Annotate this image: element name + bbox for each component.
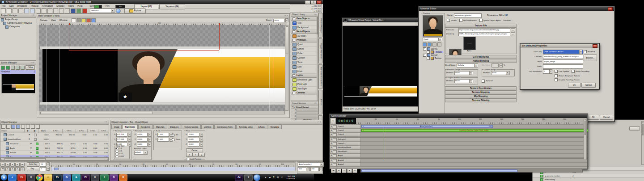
app-titlebar[interactable]: XPression Designer - D:\Testin\GamblersL… [0, 0, 323, 4]
project-tree-item[interactable]: GamblersLowerThird2019 [0, 21, 36, 25]
panel-header-buttons[interactable]: ▫✕ [314, 14, 317, 16]
side-tab[interactable]: Effects [318, 90, 323, 114]
project-tree-item[interactable]: Categories [0, 25, 36, 29]
toolbar-icon[interactable] [24, 8, 29, 13]
menu-item[interactable]: Display [55, 4, 66, 7]
menu-item[interactable]: Tools [66, 4, 76, 7]
menu-item[interactable]: Project [29, 4, 40, 7]
viewport-hscrollbar[interactable] [39, 111, 285, 114]
color-blending-header[interactable]: Color Blending [445, 55, 517, 59]
pivot-z-button[interactable]: Z [199, 153, 205, 157]
material-name-field[interactable]: Headshots-gradient [454, 13, 482, 18]
taskbar-app-icon[interactable]: Ps [53, 174, 62, 181]
director-track-row[interactable]: ▶ Track2 0 GamblersTwoLine LowerThird_Vi… [330, 129, 587, 133]
keyframe-ruler[interactable]: 102030405060708090100 [51, 162, 296, 167]
cur-modifier-dropdown[interactable]: None▼ [491, 71, 510, 75]
object-manager-toolbar-icon[interactable] [26, 125, 30, 129]
close-button[interactable]: ✕ [317, 0, 322, 4]
filename-field[interactable]: https://assets.leaguestat.com/ushl/240x2… [458, 28, 510, 32]
material-ok-button[interactable]: OK [587, 115, 599, 120]
column-field[interactable]: SiteKit/Roster<lp_jersey_number=%Jersey%… [543, 55, 583, 59]
anim-range-start[interactable]: 100 [298, 167, 306, 171]
director-go-start[interactable]: ⏮ [331, 168, 336, 173]
toolbar-icon[interactable] [42, 8, 47, 13]
mip-mapping-header[interactable]: Mip Mapping [445, 94, 517, 98]
play-button2[interactable]: ▸ [10, 167, 15, 171]
datalinq-field[interactable]: USHL...Roster<lp_jersey_number=%Jersey%>… [458, 32, 510, 36]
keyframe-timeline[interactable] [51, 167, 296, 171]
library-row[interactable]: Quad [291, 42, 318, 47]
director-go-end[interactable]: ⏭ [352, 168, 357, 173]
director-play[interactable]: ▸ [347, 168, 352, 173]
object-row[interactable]: Bottom ◉ 100.0 431.71 -64.98 0.00 0.00 0… [0, 151, 109, 155]
track-mode-button[interactable] [333, 142, 337, 145]
inspector-tab[interactable]: Template Links [236, 125, 255, 129]
expand-arrow-icon[interactable]: ▶ [331, 126, 332, 127]
inspector-tab[interactable]: Quad [111, 125, 122, 129]
tray-icon[interactable]: ⚑ [272, 176, 275, 179]
inspector-tab[interactable]: Effects [256, 125, 267, 129]
inspector-tab[interactable]: Continuous Anim. [214, 125, 236, 129]
play-button[interactable]: ▸ [10, 163, 15, 167]
director-menu-button[interactable]: ▾ [330, 118, 335, 124]
explore-button[interactable]: Explore [124, 8, 146, 13]
library-row[interactable]: Cube [291, 51, 318, 56]
track-mode-button[interactable] [333, 163, 337, 166]
rotation-y-field[interactable]: 0.000 [137, 138, 148, 142]
inspector-tab[interactable]: Rendering [138, 125, 153, 129]
preview-type-dropdown[interactable]: Quad▼ [423, 38, 442, 41]
tray-icon[interactable]: ▴ [264, 176, 267, 179]
material-cancel-button[interactable]: Cancel [600, 115, 613, 120]
go-end-button[interactable]: ⏭ [20, 163, 25, 167]
panel-header-buttons[interactable]: ▫▪✕ [318, 121, 322, 123]
toolbar-icon[interactable] [71, 8, 76, 13]
director-track-row[interactable]: ▶ DirLight1 [330, 137, 587, 142]
director-ruler[interactable]: 20406080100120140160180200220 [356, 118, 587, 124]
scene-toolbar-icon[interactable] [6, 66, 10, 70]
visibility-eye-icon[interactable]: ◉ [26, 134, 32, 136]
playhead-line[interactable] [383, 125, 383, 160]
object-manager-toolbar-icon[interactable] [16, 125, 20, 129]
scene-toolbar-icon[interactable] [21, 66, 25, 70]
taskbar-app-icon[interactable]: Pr [81, 174, 90, 181]
library-row[interactable]: Lines [291, 69, 318, 74]
library-row[interactable]: Torus [291, 60, 318, 65]
toolbar-icon[interactable] [65, 8, 70, 13]
menu-item[interactable]: Windows [15, 4, 29, 7]
dialog-cancel-button[interactable]: Cancel [581, 83, 596, 88]
saturate-checkbox[interactable]: Saturate [482, 80, 493, 83]
taskbar-app-icon[interactable]: N [110, 174, 118, 181]
side-tab[interactable]: Material Manager [318, 13, 323, 38]
library-row[interactable]: Sphere [291, 47, 318, 51]
toolbar-icon[interactable] [7, 8, 12, 13]
scene-thumbnail[interactable] [1, 74, 35, 93]
hide-dropdown[interactable]: Hide ▾ [25, 65, 35, 70]
toolbar-icon[interactable] [59, 8, 64, 13]
inspector-tab[interactable]: Transform [122, 125, 137, 129]
director-track-row[interactable]: ▶ Lower3 [330, 142, 587, 146]
taskbar-app-icon[interactable]: ▱ [44, 174, 52, 181]
visibility-eye-icon[interactable]: ◉ [26, 138, 32, 140]
viewport-vscrollbar[interactable] [285, 25, 288, 111]
row-field[interactable]: player_image [543, 59, 583, 64]
live-update-checkbox[interactable]: Live Update [555, 70, 569, 73]
library-row[interactable]: Cylinder [291, 56, 318, 60]
keyframe-check[interactable] [36, 143, 38, 145]
track-mode-button[interactable] [333, 154, 337, 157]
blend-mode-dropdown[interactable]: Multiply▼ [457, 63, 478, 67]
material-checkbox[interactable]: Ignore Object Alpha [479, 19, 501, 22]
side-tab[interactable]: Animation Controllers [318, 64, 323, 89]
position-y-field[interactable]: 177.004 [116, 138, 127, 142]
visibility-eye-icon[interactable]: ◉ [28, 152, 34, 154]
project-tree-item[interactable]: ProjectGroup [0, 18, 36, 21]
panel-header-buttons[interactable]: ▫▪✕ [104, 121, 108, 123]
timeline-clip-bar[interactable]: 0 AnimController1 100 [361, 125, 493, 128]
maximize-button[interactable]: □ [311, 0, 316, 4]
layer-down-icon[interactable] [437, 42, 441, 46]
step-back-button[interactable]: ◂ [5, 163, 10, 167]
key-value[interactable]: 2 [40, 167, 46, 171]
inspector-tab[interactable]: Lighting [201, 125, 214, 129]
panel-header-buttons[interactable]: ▫▪✕ [31, 14, 35, 17]
menu-item[interactable]: Animation [40, 4, 55, 7]
step-fwd-button[interactable]: ▸ [15, 163, 20, 167]
